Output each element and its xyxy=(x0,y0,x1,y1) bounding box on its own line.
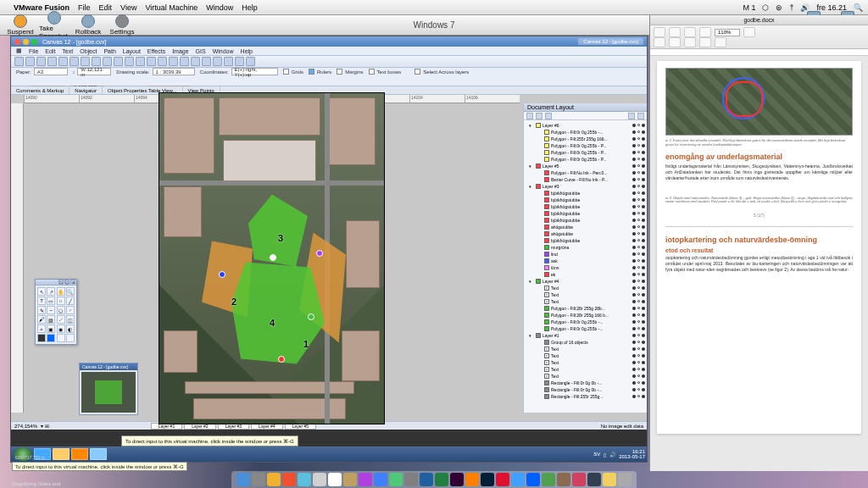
dock-cal[interactable] xyxy=(328,473,342,486)
tool-poly[interactable]: ⬠ xyxy=(57,306,65,314)
wifi-icon[interactable]: ⊜ xyxy=(776,3,782,12)
cmenu-text[interactable]: Text xyxy=(62,48,73,54)
tool-s2[interactable] xyxy=(47,334,55,342)
dot-green[interactable] xyxy=(308,313,314,320)
dlt-1[interactable] xyxy=(526,113,533,119)
dock-contacts[interactable] xyxy=(343,473,357,486)
dlt-4[interactable] xyxy=(628,113,635,119)
layer-row[interactable]: Rectangle - Fill:0r 0g 0b -... xyxy=(526,380,645,386)
cmenu-effects[interactable]: Effects xyxy=(147,48,165,54)
dot-blue[interactable] xyxy=(219,271,225,278)
menu-file[interactable]: File xyxy=(78,3,91,12)
tb-17[interactable] xyxy=(191,57,200,66)
dock-excel[interactable] xyxy=(435,473,448,486)
tool-text[interactable]: T xyxy=(37,297,46,305)
layer-row[interactable]: TText xyxy=(526,373,645,380)
dock-20[interactable] xyxy=(557,473,570,486)
layer-row[interactable]: Rectangle - Fill:255r 255g... xyxy=(526,393,645,400)
layer-row[interactable]: TText xyxy=(526,359,645,366)
menu-view[interactable]: View xyxy=(120,3,136,12)
dock-firefox[interactable] xyxy=(282,473,296,486)
task-explorer[interactable] xyxy=(53,448,70,460)
tray-net-icon[interactable]: ▯ xyxy=(604,452,606,458)
dock-acrobat[interactable] xyxy=(496,473,509,486)
map-canvas[interactable]: 1 2 3 4 xyxy=(159,93,384,424)
tb-19[interactable] xyxy=(213,57,222,66)
layer-row[interactable]: björkhögstubbe xyxy=(526,197,645,203)
layer-row[interactable]: Polygon - Fill:0r 0g 255b -... xyxy=(526,319,645,325)
layer-row[interactable]: ahögstubbe xyxy=(526,224,645,230)
tool-arc[interactable]: ◜ xyxy=(66,306,75,314)
menu-edit[interactable]: Edit xyxy=(99,3,113,12)
tray-date[interactable]: 2013-05-17 xyxy=(619,454,645,459)
layer-row[interactable]: lönn xyxy=(526,264,645,271)
dlt-3[interactable] xyxy=(545,113,552,119)
menu-window[interactable]: Window xyxy=(206,3,233,12)
wh-field[interactable]: W:12,121 m xyxy=(77,68,111,75)
user-icon[interactable]: † xyxy=(789,3,793,12)
dropbox-icon[interactable]: ⬡ xyxy=(762,3,769,12)
layer-row[interactable]: Group of 16 objects xyxy=(526,339,645,346)
layer-row[interactable]: TText xyxy=(526,346,645,352)
tool-hand[interactable]: ✋ xyxy=(57,287,65,296)
word-tb-i[interactable] xyxy=(669,37,681,47)
ft-layer1[interactable]: Layer #1 xyxy=(151,423,182,430)
dock-id[interactable] xyxy=(450,473,464,486)
tool-c1[interactable]: ◉ xyxy=(57,324,65,333)
cmenu-help[interactable]: Help xyxy=(241,48,253,54)
layer-row[interactable]: Polygon - Fill:0r 0g 255b - P... xyxy=(526,142,645,149)
dock-messages[interactable] xyxy=(389,473,403,486)
tb-13[interactable] xyxy=(147,57,156,66)
tb-paste[interactable] xyxy=(81,57,90,66)
cb-rulers[interactable] xyxy=(309,69,314,75)
layer-row[interactable]: Polygon - Fill:No Ink - Pen:0... xyxy=(526,169,645,176)
layer-row[interactable]: ▾Layer #4 xyxy=(526,278,645,285)
zoom-field[interactable]: 274,154% xyxy=(14,424,37,429)
layer-row[interactable]: TText xyxy=(526,298,645,305)
layer-row[interactable]: björkhögstubbe xyxy=(526,203,645,210)
word-tb-home[interactable] xyxy=(654,27,665,37)
tb-cut[interactable] xyxy=(58,57,68,66)
tb-open[interactable] xyxy=(25,57,35,66)
tb-20[interactable] xyxy=(224,57,233,66)
tb-new[interactable] xyxy=(14,57,24,66)
cb-select-across[interactable] xyxy=(415,69,420,75)
tb-undo[interactable] xyxy=(92,57,101,66)
coord-select[interactable]: E(+):right, Y(+):up xyxy=(231,68,278,75)
tb-12[interactable] xyxy=(136,57,145,66)
tool-brush[interactable]: 🖌 xyxy=(37,315,46,324)
tool-oval[interactable]: ○ xyxy=(57,297,65,305)
cmenu-file[interactable]: File xyxy=(29,48,38,54)
tb-22[interactable] xyxy=(246,57,255,66)
tool-palette[interactable]: ▢▢✕ ↖↗✋🔍 T▭○╱ ✎~⬠◜ 🖌▨⟋◫ ⟁▣◉◐ xyxy=(35,279,77,345)
ft-layer2[interactable]: Layer #2 xyxy=(184,423,215,430)
dock-word[interactable] xyxy=(420,473,433,486)
word-page[interactable]: ur 1. Karta över det aktuella området. R… xyxy=(657,61,861,434)
layer-row[interactable]: murgröna xyxy=(526,244,645,251)
dock-19[interactable] xyxy=(542,473,555,486)
cb-grids[interactable] xyxy=(283,69,289,75)
cmenu-path[interactable]: Path xyxy=(103,48,115,54)
cmenu-edit[interactable]: Edit xyxy=(45,48,55,54)
layer-row[interactable]: björkhögstubbe xyxy=(526,217,645,224)
tb-10[interactable] xyxy=(114,57,123,66)
tb-redo[interactable] xyxy=(103,57,112,66)
word-tb-u[interactable] xyxy=(684,37,696,47)
dock-ai[interactable] xyxy=(465,473,479,486)
layer-row[interactable]: björkhögstubbe xyxy=(526,237,645,244)
cmenu-layout[interactable]: Layout xyxy=(123,48,141,54)
tool-direct[interactable]: ↗ xyxy=(47,287,55,296)
word-tb-3[interactable] xyxy=(684,27,696,37)
layer-row[interactable]: Polygon - Fill:0r 0g 255b -... xyxy=(526,129,645,136)
word-scroll[interactable]: ur 1. Karta över det aktuella området. R… xyxy=(650,56,868,471)
layer-row[interactable]: ▾Layer #6 xyxy=(526,122,645,129)
ft-layer5[interactable]: Layer #5 xyxy=(285,423,316,430)
tb-14[interactable] xyxy=(158,57,167,66)
scale-select[interactable]: 1 : 3039.39 xyxy=(153,68,195,75)
dock-skype[interactable] xyxy=(511,473,525,486)
dock-23[interactable] xyxy=(603,473,616,486)
layer-row[interactable]: ▾Layer #3 xyxy=(526,183,645,190)
layer-row[interactable]: Polygon - Fill:255r 255g 166... xyxy=(526,136,645,142)
tool-pen[interactable]: ✎ xyxy=(37,306,46,314)
minimize-icon[interactable] xyxy=(23,39,29,45)
